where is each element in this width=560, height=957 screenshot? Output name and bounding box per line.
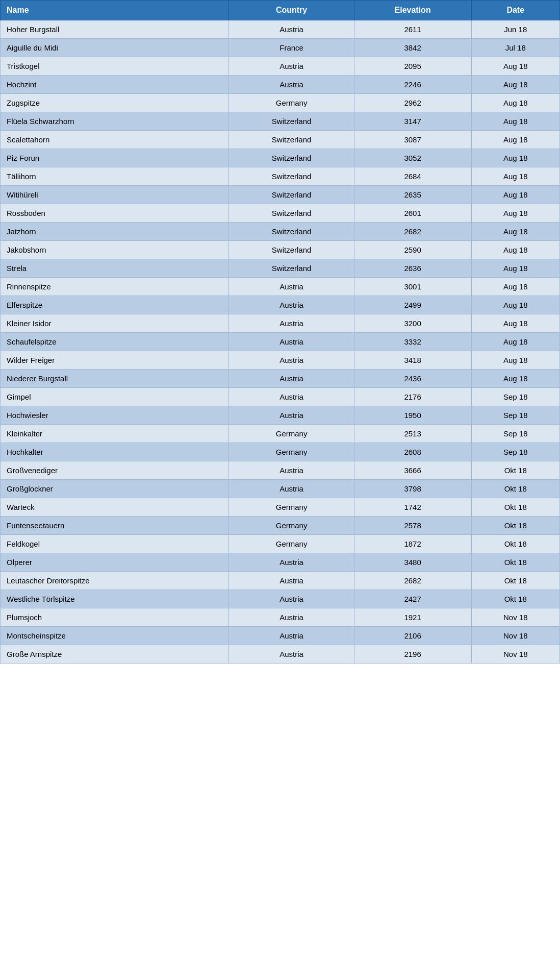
cell-name: Plumsjoch: [1, 608, 229, 627]
table-row: Niederer BurgstallAustria2436Aug 18: [1, 370, 560, 388]
cell-name: Hochkalter: [1, 443, 229, 461]
cell-elevation: 3147: [354, 112, 471, 131]
table-row: RinnenspitzeAustria3001Aug 18: [1, 278, 560, 296]
cell-date: Aug 18: [471, 351, 559, 370]
cell-date: Okt 18: [471, 590, 559, 608]
cell-elevation: 1872: [354, 535, 471, 553]
cell-date: Aug 18: [471, 167, 559, 186]
cell-country: Germany: [229, 425, 354, 443]
cell-elevation: 2176: [354, 388, 471, 406]
table-row: MontscheinspitzeAustria2106Nov 18: [1, 627, 560, 645]
table-row: ZugspitzeGermany2962Aug 18: [1, 94, 560, 112]
cell-country: Austria: [229, 370, 354, 388]
cell-name: Großvenediger: [1, 461, 229, 480]
cell-date: Aug 18: [471, 57, 559, 76]
cell-country: Austria: [229, 572, 354, 590]
table-row: TällihornSwitzerland2684Aug 18: [1, 167, 560, 186]
cell-date: Aug 18: [471, 314, 559, 333]
cell-name: Rinnenspitze: [1, 278, 229, 296]
cell-country: Austria: [229, 57, 354, 76]
cell-date: Aug 18: [471, 112, 559, 131]
cell-name: Große Arnspitze: [1, 645, 229, 664]
table-row: ElferspitzeAustria2499Aug 18: [1, 296, 560, 314]
cell-name: Flüela Schwarzhorn: [1, 112, 229, 131]
cell-date: Aug 18: [471, 241, 559, 259]
table-row: Westliche TörlspitzeAustria2427Okt 18: [1, 590, 560, 608]
cell-elevation: 2106: [354, 627, 471, 645]
cell-date: Aug 18: [471, 149, 559, 167]
cell-name: Kleiner Isidor: [1, 314, 229, 333]
cell-name: Elferspitze: [1, 296, 229, 314]
cell-date: Okt 18: [471, 535, 559, 553]
cell-date: Aug 18: [471, 370, 559, 388]
cell-elevation: 3200: [354, 314, 471, 333]
cell-name: Jakobshorn: [1, 241, 229, 259]
table-row: PlumsjochAustria1921Nov 18: [1, 608, 560, 627]
cell-elevation: 3087: [354, 131, 471, 149]
table-row: OlpererAustria3480Okt 18: [1, 553, 560, 572]
cell-name: Zugspitze: [1, 94, 229, 112]
cell-country: Switzerland: [229, 131, 354, 149]
cell-elevation: 3418: [354, 351, 471, 370]
cell-country: Switzerland: [229, 259, 354, 278]
cell-name: Rossboden: [1, 204, 229, 223]
cell-name: Leutascher Dreitorspitze: [1, 572, 229, 590]
cell-elevation: 3332: [354, 333, 471, 351]
table-row: GroßvenedigerAustria3666Okt 18: [1, 461, 560, 480]
cell-country: Austria: [229, 388, 354, 406]
cell-elevation: 2427: [354, 590, 471, 608]
cell-elevation: 2636: [354, 259, 471, 278]
cell-date: Okt 18: [471, 517, 559, 535]
cell-country: Austria: [229, 645, 354, 664]
cell-name: Aiguille du Midi: [1, 39, 229, 57]
header-date: Date: [471, 1, 559, 20]
cell-date: Aug 18: [471, 204, 559, 223]
cell-country: Switzerland: [229, 186, 354, 204]
cell-elevation: 3001: [354, 278, 471, 296]
cell-country: Austria: [229, 608, 354, 627]
table-row: TristkogelAustria2095Aug 18: [1, 57, 560, 76]
cell-name: Feldkogel: [1, 535, 229, 553]
cell-name: Montscheinspitze: [1, 627, 229, 645]
cell-name: Wilder Freiger: [1, 351, 229, 370]
cell-date: Nov 18: [471, 645, 559, 664]
cell-country: Germany: [229, 535, 354, 553]
cell-country: Austria: [229, 461, 354, 480]
cell-name: Hoher Burgstall: [1, 20, 229, 39]
table-body: Hoher BurgstallAustria2611Jun 18Aiguille…: [1, 20, 560, 664]
cell-elevation: 2611: [354, 20, 471, 39]
header-country: Country: [229, 1, 354, 20]
table-row: ScalettahornSwitzerland3087Aug 18: [1, 131, 560, 149]
cell-name: Westliche Törlspitze: [1, 590, 229, 608]
cell-date: Aug 18: [471, 278, 559, 296]
cell-date: Okt 18: [471, 572, 559, 590]
cell-name: Kleinkalter: [1, 425, 229, 443]
cell-country: Switzerland: [229, 204, 354, 223]
cell-elevation: 2196: [354, 645, 471, 664]
cell-date: Sep 18: [471, 443, 559, 461]
table-row: HochkalterGermany2608Sep 18: [1, 443, 560, 461]
cell-elevation: 2682: [354, 572, 471, 590]
table-row: Piz ForunSwitzerland3052Aug 18: [1, 149, 560, 167]
cell-elevation: 3052: [354, 149, 471, 167]
cell-country: Austria: [229, 590, 354, 608]
cell-elevation: 2601: [354, 204, 471, 223]
cell-elevation: 2246: [354, 76, 471, 94]
header-elevation: Elevation: [354, 1, 471, 20]
cell-name: Strela: [1, 259, 229, 278]
cell-date: Aug 18: [471, 94, 559, 112]
table-row: SchaufelspitzeAustria3332Aug 18: [1, 333, 560, 351]
cell-date: Aug 18: [471, 259, 559, 278]
cell-name: Hochzint: [1, 76, 229, 94]
cell-name: Jatzhorn: [1, 223, 229, 241]
cell-date: Okt 18: [471, 480, 559, 498]
table-row: GroßglocknerAustria3798Okt 18: [1, 480, 560, 498]
table-row: Leutascher DreitorspitzeAustria2682Okt 1…: [1, 572, 560, 590]
cell-elevation: 3480: [354, 553, 471, 572]
cell-country: Switzerland: [229, 241, 354, 259]
cell-date: Aug 18: [471, 186, 559, 204]
cell-name: Schaufelspitze: [1, 333, 229, 351]
cell-date: Jul 18: [471, 39, 559, 57]
cell-country: Germany: [229, 443, 354, 461]
table-row: FeldkogelGermany1872Okt 18: [1, 535, 560, 553]
